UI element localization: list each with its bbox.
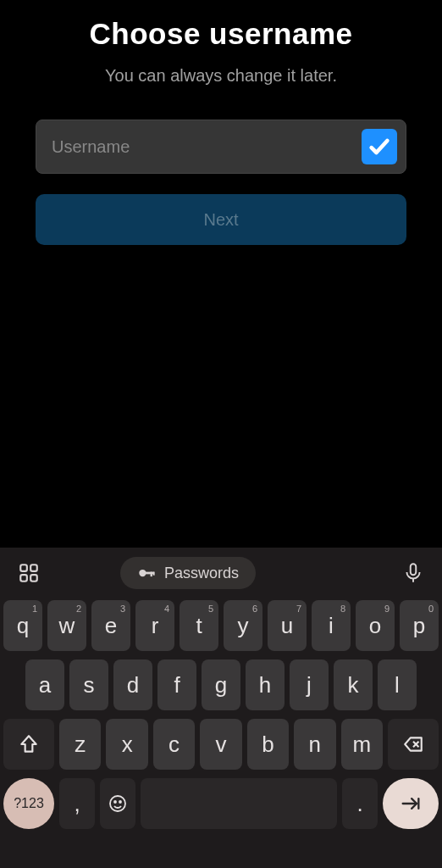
key-i[interactable]: i8 <box>312 600 351 651</box>
comma-key[interactable]: , <box>59 778 95 829</box>
keyboard-row-3: zxcvbnm <box>3 719 439 770</box>
mic-icon[interactable] <box>396 556 430 590</box>
key-j[interactable]: j <box>290 659 329 710</box>
key-o[interactable]: o9 <box>356 600 395 651</box>
emoji-key[interactable] <box>100 778 135 829</box>
checkmark-icon <box>362 129 397 164</box>
space-key[interactable] <box>141 778 337 829</box>
mode-key[interactable]: ?123 <box>3 778 54 829</box>
username-input[interactable] <box>52 137 362 157</box>
key-c[interactable]: c <box>153 719 195 770</box>
svg-rect-2 <box>20 575 27 581</box>
key-w[interactable]: w2 <box>47 600 86 651</box>
key-b[interactable]: b <box>247 719 289 770</box>
shift-key[interactable] <box>3 719 54 770</box>
svg-point-12 <box>110 796 125 811</box>
keyboard-toolbar: Passwords <box>0 548 442 595</box>
next-button[interactable]: Next <box>36 194 406 245</box>
backspace-key[interactable] <box>388 719 439 770</box>
key-y[interactable]: y6 <box>224 600 262 651</box>
period-key[interactable]: . <box>342 778 378 829</box>
key-k[interactable]: k <box>334 659 373 710</box>
enter-key[interactable] <box>383 778 439 829</box>
key-m[interactable]: m <box>341 719 383 770</box>
svg-rect-0 <box>20 565 27 571</box>
key-a[interactable]: a <box>25 659 64 710</box>
page-title: Choose username <box>90 17 353 51</box>
svg-point-14 <box>119 801 121 803</box>
key-v[interactable]: v <box>200 719 241 770</box>
svg-point-13 <box>114 801 116 803</box>
keyboard-menu-icon[interactable] <box>12 556 46 590</box>
key-n[interactable]: n <box>294 719 335 770</box>
keyboard: Passwords q1w2e3r4t5y6u7i8o9p0 asdfghjkl… <box>0 548 442 868</box>
key-h[interactable]: h <box>246 659 285 710</box>
key-q[interactable]: q1 <box>3 600 42 651</box>
key-d[interactable]: d <box>113 659 152 710</box>
svg-rect-7 <box>153 572 155 576</box>
key-r[interactable]: r4 <box>135 600 174 651</box>
keyboard-row-2: asdfghjkl <box>3 659 439 710</box>
username-input-container[interactable] <box>36 120 406 174</box>
key-x[interactable]: x <box>106 719 147 770</box>
key-l[interactable]: l <box>378 659 417 710</box>
key-p[interactable]: p0 <box>400 600 439 651</box>
key-z[interactable]: z <box>59 719 101 770</box>
key-e[interactable]: e3 <box>91 600 130 651</box>
keyboard-row-1: q1w2e3r4t5y6u7i8o9p0 <box>3 600 439 651</box>
passwords-button[interactable]: Passwords <box>120 557 256 589</box>
passwords-label: Passwords <box>164 565 239 582</box>
keyboard-rows: q1w2e3r4t5y6u7i8o9p0 asdfghjkl zxcvbnm ?… <box>0 595 442 860</box>
key-u[interactable]: u7 <box>268 600 307 651</box>
svg-rect-6 <box>151 572 152 577</box>
svg-rect-8 <box>411 564 417 575</box>
key-t[interactable]: t5 <box>180 600 218 651</box>
key-s[interactable]: s <box>69 659 108 710</box>
svg-rect-3 <box>30 575 37 581</box>
key-g[interactable]: g <box>202 659 240 710</box>
page-subtitle: You can always change it later. <box>105 66 337 86</box>
main-content: Choose username You can always change it… <box>0 0 442 548</box>
svg-rect-5 <box>145 572 154 575</box>
keyboard-row-4: ?123 , . <box>3 778 439 829</box>
svg-rect-1 <box>30 565 37 571</box>
key-f[interactable]: f <box>157 659 196 710</box>
